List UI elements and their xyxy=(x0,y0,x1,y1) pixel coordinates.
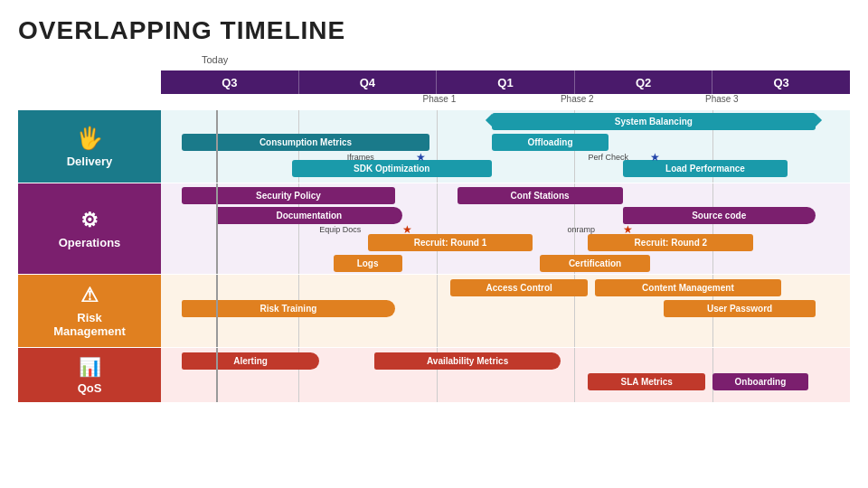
page: OVERLAPPING TIMELINE Today Q3 Q4 Q1 Q2 Q… xyxy=(0,0,868,488)
vline-risk2 xyxy=(437,275,438,347)
today-line xyxy=(216,110,218,183)
iframes-star-icon: ★ xyxy=(416,151,426,164)
bar-security-policy: Security Policy xyxy=(182,187,395,204)
today-line-op xyxy=(216,183,218,274)
bar-risk-training: Risk Training xyxy=(182,300,395,317)
quarter-q1: Q1 xyxy=(437,70,575,94)
risk-content: Access Control Content Management Risk T… xyxy=(161,275,850,347)
today-line-risk xyxy=(216,275,218,347)
perf-check-label: Perf Check xyxy=(588,153,628,162)
phase1-label: Phase 1 xyxy=(423,94,457,104)
bar-load-performance: Load Performance xyxy=(623,160,788,177)
bar-source-code: Source code xyxy=(623,207,816,224)
perf-check-star-icon: ★ xyxy=(650,151,660,164)
bar-offloading: Offloading xyxy=(492,134,609,151)
quarter-q4: Q4 xyxy=(299,70,438,94)
operations-text: Operations xyxy=(59,236,121,249)
vline-op2 xyxy=(437,183,438,274)
bar-onboarding: Onboarding xyxy=(712,373,809,390)
qos-text: QoS xyxy=(78,381,102,395)
quarter-q3-first: Q3 xyxy=(161,70,299,94)
bar-sla-metrics: SLA Metrics xyxy=(588,373,705,390)
bar-recruit-r1: Recruit: Round 1 xyxy=(368,234,533,251)
operations-content: Security Policy Conf Stations Documentat… xyxy=(161,183,850,274)
bar-recruit-r2: Recruit: Round 2 xyxy=(588,234,753,251)
delivery-section: 🖐 Delivery System Balancing Consumption … xyxy=(18,110,850,183)
page-title: OVERLAPPING TIMELINE xyxy=(18,16,850,45)
quarter-q3-last: Q3 xyxy=(712,70,850,94)
equip-docs-star: ★ xyxy=(402,223,412,236)
operations-section: ⚙ Operations Security Policy Conf Statio… xyxy=(18,183,850,274)
equip-docs-label: Equip Docs xyxy=(319,225,361,234)
qos-section: 📊 QoS Alerting Availability Metrics SLA … xyxy=(18,348,850,402)
vline-qos3 xyxy=(574,348,575,402)
delivery-icon: 🖐 xyxy=(76,126,103,151)
delivery-content: System Balancing Consumption Metrics Off… xyxy=(161,110,850,183)
bar-logs: Logs xyxy=(334,255,402,272)
risk-text: RiskManagement xyxy=(53,311,125,338)
qos-icon: 📊 xyxy=(79,356,101,378)
today-label: Today xyxy=(202,54,228,65)
operations-label: ⚙ Operations xyxy=(18,183,161,274)
onramp-label: onramp xyxy=(568,225,596,234)
operations-icon: ⚙ xyxy=(80,209,99,232)
risk-label: ⚠ RiskManagement xyxy=(18,275,161,347)
bar-conf-stations: Conf Stations xyxy=(458,187,623,204)
quarter-q2: Q2 xyxy=(575,70,713,94)
onramp-star: ★ xyxy=(623,223,633,236)
bar-consumption-metrics: Consumption Metrics xyxy=(182,134,429,151)
phase3-label: Phase 3 xyxy=(705,94,739,104)
bar-content-management: Content Management xyxy=(595,279,781,296)
bar-documentation: Documentation xyxy=(216,207,402,224)
delivery-text: Delivery xyxy=(67,155,113,168)
today-line-qos xyxy=(216,348,218,402)
vline-op4 xyxy=(712,183,713,274)
bar-system-balancing: System Balancing xyxy=(492,113,816,130)
qos-content: Alerting Availability Metrics SLA Metric… xyxy=(161,348,850,402)
risk-section: ⚠ RiskManagement Access Control Content … xyxy=(18,275,850,347)
bar-user-password: User Password xyxy=(664,300,816,317)
bar-access-control: Access Control xyxy=(450,279,588,296)
delivery-label: 🖐 Delivery xyxy=(18,110,161,183)
bar-availability-metrics: Availability Metrics xyxy=(374,352,561,370)
bar-sdk-optimization: SDK Optimization xyxy=(292,160,492,177)
risk-icon: ⚠ xyxy=(80,284,99,307)
qos-label: 📊 QoS xyxy=(18,348,161,402)
iframes-label: Iframes xyxy=(347,153,374,162)
timeline-container: Today Q3 Q4 Q1 Q2 Q3 Phase 1 Phase 2 Pha… xyxy=(18,54,850,402)
bar-alerting: Alerting xyxy=(182,352,319,370)
phase2-label: Phase 2 xyxy=(561,94,594,104)
bar-certification: Certification xyxy=(540,255,650,272)
